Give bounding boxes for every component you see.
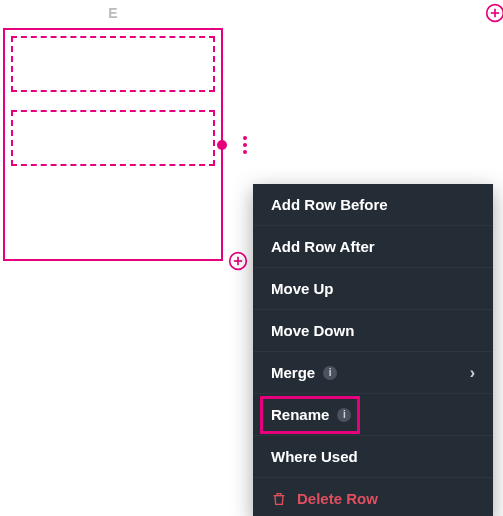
menu-where-used[interactable]: Where Used bbox=[253, 436, 493, 478]
menu-label: Add Row Before bbox=[271, 196, 388, 213]
edge-handle[interactable] bbox=[217, 140, 227, 150]
info-icon: i bbox=[337, 408, 351, 422]
add-row-bottom-icon[interactable] bbox=[228, 251, 248, 271]
grid-selection[interactable] bbox=[3, 28, 223, 261]
grid-row-slot[interactable] bbox=[11, 36, 215, 92]
menu-rename[interactable]: Rename i bbox=[253, 394, 493, 436]
menu-add-row-after[interactable]: Add Row After bbox=[253, 226, 493, 268]
grid-row-slot[interactable] bbox=[11, 110, 215, 166]
info-icon: i bbox=[323, 366, 337, 380]
menu-label: Move Down bbox=[271, 322, 354, 339]
menu-label: Add Row After bbox=[271, 238, 375, 255]
menu-merge[interactable]: Merge i › bbox=[253, 352, 493, 394]
menu-add-row-before[interactable]: Add Row Before bbox=[253, 184, 493, 226]
row-options-icon[interactable] bbox=[243, 136, 247, 154]
menu-delete-row[interactable]: Delete Row bbox=[253, 478, 493, 516]
menu-label: Where Used bbox=[271, 448, 358, 465]
trash-icon bbox=[271, 491, 287, 507]
add-row-top-icon[interactable] bbox=[485, 3, 503, 23]
menu-label: Delete Row bbox=[297, 490, 378, 507]
menu-label: Rename bbox=[271, 406, 329, 423]
context-menu: Add Row Before Add Row After Move Up Mov… bbox=[253, 184, 493, 516]
menu-label: Move Up bbox=[271, 280, 334, 297]
chevron-right-icon: › bbox=[470, 364, 475, 382]
menu-label: Merge bbox=[271, 364, 315, 381]
menu-move-up[interactable]: Move Up bbox=[253, 268, 493, 310]
menu-move-down[interactable]: Move Down bbox=[253, 310, 493, 352]
column-header[interactable]: E bbox=[3, 5, 223, 27]
